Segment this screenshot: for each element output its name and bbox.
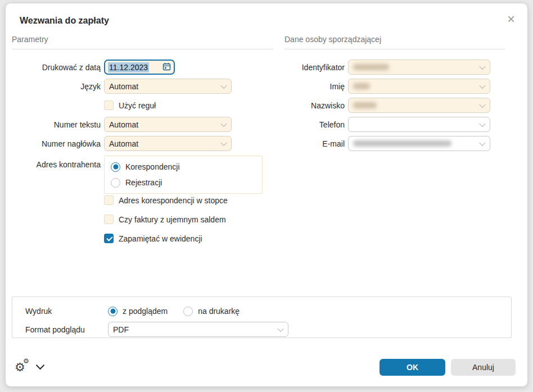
preview-format-label: Format podglądu: [25, 325, 108, 334]
chevron-down-icon: [277, 325, 283, 331]
radio-preview[interactable]: [108, 307, 118, 316]
use-rules-row: Użyć reguł: [104, 101, 156, 110]
phone-row: Telefon: [284, 117, 490, 132]
negative-balance-checkbox[interactable]: [104, 215, 114, 224]
print-mode-preview[interactable]: z podglądem: [108, 304, 168, 318]
radio-printer[interactable]: [183, 307, 193, 316]
radio-preview-label: z podglądem: [123, 307, 168, 316]
address-option-registration[interactable]: Rejestracji: [111, 176, 256, 189]
preview-format-value: PDF: [113, 325, 129, 334]
redacted-value: [353, 140, 451, 147]
chevron-down-icon: [479, 63, 485, 69]
identifier-row: Identyfikator: [284, 60, 490, 75]
dialog-title: Wezwania do zapłaty: [20, 16, 109, 26]
radio-registration[interactable]: [111, 178, 120, 188]
chevron-down-icon: [479, 101, 485, 107]
email-label: E-mail: [284, 139, 345, 148]
footer-address-row: Adres korespondencji w stopce: [104, 195, 228, 205]
text-number-label: Numer tekstu: [12, 120, 101, 129]
chevron-down-icon: [479, 82, 485, 88]
contractor-address-row: Adres kontrahenta Korespondencji Rejestr…: [12, 156, 263, 194]
chevron-down-icon: [36, 361, 45, 370]
payment-demands-dialog: Wezwania do zapłaty × Parametry Dane oso…: [5, 3, 528, 387]
email-select[interactable]: [348, 136, 490, 151]
remember-row: Zapamiętać w ewidencji: [104, 234, 202, 243]
settings-menu-button[interactable]: ⚙ ⚙: [15, 358, 43, 375]
radio-correspondence-label: Korespondencji: [125, 162, 180, 171]
email-row: E-mail: [284, 136, 490, 151]
remember-checkbox[interactable]: [104, 234, 114, 243]
radio-correspondence[interactable]: [111, 162, 120, 172]
header-number-select[interactable]: Automat: [104, 136, 232, 151]
header-number-label: Numer nagłówka: [12, 139, 101, 148]
address-option-correspondence[interactable]: Korespondencji: [111, 160, 256, 174]
chevron-down-icon: [479, 120, 485, 126]
use-rules-label: Użyć reguł: [119, 101, 156, 110]
last-name-row: Nazwisko: [284, 98, 490, 113]
language-value: Automat: [109, 82, 138, 91]
radio-registration-label: Rejestracji: [125, 178, 162, 187]
section-header-parameters: Parametry: [12, 35, 273, 49]
negative-balance-label: Czy faktury z ujemnym saldem: [119, 215, 226, 224]
header-number-value: Automat: [109, 139, 138, 148]
header-number-row: Numer nagłówka Automat: [12, 136, 232, 151]
language-row: Język Automat: [12, 79, 232, 94]
contractor-address-group: Korespondencji Rejestracji: [104, 156, 263, 194]
language-select[interactable]: Automat: [104, 79, 232, 94]
preview-format-select[interactable]: PDF: [108, 322, 288, 337]
language-label: Język: [12, 82, 101, 91]
contractor-address-label: Adres kontrahenta: [12, 160, 101, 169]
identifier-select[interactable]: [348, 60, 490, 75]
print-date-value: 11.12.2023: [108, 62, 149, 72]
text-number-select[interactable]: Automat: [104, 117, 232, 132]
radio-printer-label: na drukarkę: [198, 307, 240, 316]
text-number-value: Automat: [109, 120, 138, 129]
redacted-value: [353, 102, 377, 108]
gear-icon: ⚙ ⚙: [15, 358, 31, 375]
footer-address-checkbox[interactable]: [104, 195, 114, 205]
redacted-value: [353, 83, 370, 89]
phone-select[interactable]: [348, 117, 490, 132]
print-date-input[interactable]: 11.12.2023: [104, 60, 175, 75]
print-mode-printer[interactable]: na drukarkę: [183, 304, 240, 318]
redacted-value: [353, 64, 389, 70]
first-name-row: Imię: [284, 79, 490, 94]
footer-address-label: Adres korespondencji w stopce: [119, 196, 228, 205]
ok-button[interactable]: OK: [380, 359, 445, 376]
cancel-button[interactable]: Anuluj: [451, 359, 516, 376]
chevron-down-icon: [220, 139, 227, 145]
phone-label: Telefon: [284, 120, 345, 129]
chevron-down-icon: [220, 120, 227, 126]
preview-format-row: Format podglądu PDF: [25, 322, 288, 337]
first-name-select[interactable]: [348, 79, 490, 94]
chevron-down-icon: [220, 82, 227, 88]
section-header-author: Dane osoby sporządzającej: [284, 35, 505, 49]
last-name-label: Nazwisko: [284, 101, 345, 110]
text-number-row: Numer tekstu Automat: [12, 117, 232, 132]
close-icon[interactable]: ×: [507, 12, 515, 26]
print-mode-group: z podglądem na drukarkę: [108, 304, 240, 318]
print-mode-row: Wydruk z podglądem na drukarkę: [25, 304, 498, 318]
identifier-label: Identyfikator: [284, 63, 345, 72]
printout-box: Wydruk z podglądem na drukarkę Format po…: [12, 297, 512, 338]
first-name-label: Imię: [284, 82, 345, 91]
calendar-icon[interactable]: [162, 62, 171, 72]
print-date-label: Drukować z datą: [12, 63, 101, 72]
last-name-select[interactable]: [348, 98, 490, 113]
print-date-row: Drukować z datą 11.12.2023: [12, 60, 175, 75]
negative-balance-row: Czy faktury z ujemnym saldem: [104, 215, 226, 224]
chevron-down-icon: [479, 139, 485, 145]
print-mode-label: Wydruk: [25, 307, 108, 316]
remember-label: Zapamiętać w ewidencji: [119, 234, 202, 243]
use-rules-checkbox[interactable]: [104, 101, 114, 110]
